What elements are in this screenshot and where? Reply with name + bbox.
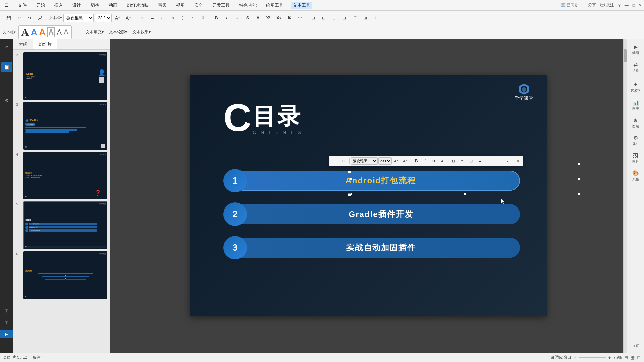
- view-reading-btn[interactable]: □: [637, 355, 640, 360]
- panel-style-btn[interactable]: 🎨 风格: [629, 168, 642, 184]
- slide-thumb-4[interactable]: 课程提问 为什么学习Android开发需要了解打包流程? ❓ 学学课堂 ★: [23, 152, 107, 199]
- font-size-select[interactable]: 23.8: [95, 14, 112, 22]
- zoom-minus-btn[interactable]: −: [574, 355, 576, 360]
- text-style-a5[interactable]: A: [57, 28, 62, 37]
- vertical-scrollbar[interactable]: [623, 39, 627, 353]
- menu-security[interactable]: 安全: [192, 2, 205, 9]
- align-v-center-btn[interactable]: ⊞: [361, 13, 370, 23]
- ft-font-select[interactable]: 微软雅黑: [351, 157, 378, 165]
- text-outline-btn[interactable]: 文本轮廓▾: [108, 28, 128, 36]
- ft-bold-btn[interactable]: B: [412, 157, 420, 165]
- menu-transition[interactable]: 切换: [89, 2, 101, 9]
- align-center-btn[interactable]: ⊟: [319, 13, 328, 23]
- ft-font-inc-btn[interactable]: A⁺: [392, 157, 400, 165]
- ft-indent-inc-btn[interactable]: ⇥: [513, 157, 521, 165]
- content-bar-3[interactable]: 实战自动加固插件: [242, 238, 520, 258]
- text-direction-btn[interactable]: ⇅: [198, 13, 207, 23]
- panel-transition-btn[interactable]: ⇄ 切换: [629, 59, 642, 75]
- column-btn[interactable]: ⋮: [178, 13, 187, 23]
- sidebar-tools-btn[interactable]: ⚙: [1, 95, 12, 106]
- slide-thumb-5[interactable]: C目录 Android打包流程 Gradle插件开发: [23, 201, 107, 249]
- font-decrease-btn[interactable]: A⁻: [124, 13, 133, 23]
- slide-thumb-2[interactable]: Lance 个人介绍内容讲师信息 👤 学学课堂 ★: [23, 52, 107, 100]
- menu-text-tools[interactable]: 文本工具: [291, 2, 312, 9]
- sync-btn[interactable]: 🔄 已同步: [560, 2, 579, 8]
- view-slide-btn[interactable]: ▦: [631, 355, 635, 360]
- slide-thumb-3[interactable]: 👥 深入科目 课程内容 学学课堂 ★: [23, 102, 107, 149]
- ft-align-right-btn[interactable]: ⊟: [467, 157, 475, 165]
- text-style-a2[interactable]: A: [31, 27, 37, 37]
- text-style-a1[interactable]: A: [21, 26, 29, 38]
- num-list-btn[interactable]: ≣: [148, 13, 157, 23]
- indent-increase-btn[interactable]: ⇥: [168, 13, 177, 23]
- menu-special[interactable]: 特色功能: [237, 2, 259, 9]
- sidebar-bottom2[interactable]: 下: [1, 318, 12, 328]
- sidebar-slides-btn[interactable]: 📋: [1, 62, 12, 72]
- menu-draw-tools[interactable]: 绘图工具: [264, 2, 285, 9]
- ft-copy-btn[interactable]: □: [331, 157, 339, 165]
- comment-btn[interactable]: 💬 批注: [600, 2, 614, 8]
- panel-layer-btn[interactable]: ⊕ 图层: [629, 115, 642, 131]
- minimize-btn[interactable]: —: [625, 3, 629, 8]
- text-fill-btn[interactable]: 文本填充▾: [84, 28, 105, 36]
- text-style-a3[interactable]: A: [39, 27, 45, 37]
- menu-file[interactable]: 文件: [16, 2, 29, 9]
- maximize-btn[interactable]: □: [633, 3, 635, 8]
- menu-slideshow[interactable]: 幻灯片放映: [125, 2, 151, 9]
- fit-btn[interactable]: ⊞ 适应窗口: [551, 355, 571, 360]
- view-normal-btn[interactable]: ⊟: [624, 355, 628, 360]
- sidebar-collapse-btn[interactable]: «: [1, 42, 12, 52]
- sidebar-blue-btn[interactable]: ▶: [0, 330, 13, 338]
- content-bar-2[interactable]: Gradle插件开发: [242, 204, 520, 224]
- align-v-bottom-btn[interactable]: ⊥: [371, 13, 380, 23]
- font-name-select[interactable]: 微软雅黑: [63, 14, 94, 22]
- spacing-btn[interactable]: ↕: [188, 13, 197, 23]
- menu-start[interactable]: 开始: [34, 2, 47, 9]
- ft-italic-btn[interactable]: I: [421, 157, 429, 165]
- ft-align-justify-btn[interactable]: ≣: [476, 157, 484, 165]
- text-effect-btn[interactable]: 文本效果▾: [131, 28, 152, 36]
- tab-slides[interactable]: 幻灯片: [33, 39, 57, 49]
- notes-btn[interactable]: 备注: [33, 355, 41, 360]
- align-right-btn[interactable]: ⊟: [329, 13, 339, 23]
- ft-underline-btn[interactable]: U: [430, 157, 438, 165]
- ft-size-select[interactable]: 23.8: [378, 157, 392, 165]
- save-btn[interactable]: 💾: [4, 13, 13, 23]
- panel-more-btn[interactable]: ......: [629, 188, 642, 196]
- panel-props-btn[interactable]: ⚙ 属性: [629, 133, 642, 148]
- align-v-top-btn[interactable]: ⊤: [350, 13, 360, 23]
- close-btn[interactable]: ×: [639, 3, 641, 8]
- format-painter-btn[interactable]: 🖌: [35, 13, 45, 23]
- underline-btn[interactable]: U: [232, 14, 242, 22]
- list-btn[interactable]: ≡: [138, 13, 147, 23]
- menu-design[interactable]: 设计: [70, 2, 83, 9]
- menu-devtools[interactable]: 开发工具: [210, 2, 232, 9]
- panel-animation-btn[interactable]: ▶ 动画: [629, 42, 642, 57]
- ft-indent-dec-btn[interactable]: ⇤: [504, 157, 512, 165]
- undo-btn[interactable]: ↩: [14, 13, 24, 23]
- panel-settings-btn[interactable]: 设置: [629, 341, 642, 350]
- clear-format-btn[interactable]: ✖: [284, 14, 294, 22]
- ft-list-btn[interactable]: ⋮: [487, 157, 495, 165]
- zoom-slider[interactable]: [579, 357, 606, 358]
- text-frame-label[interactable]: 文本框▾: [49, 15, 62, 20]
- ft-align-center-btn[interactable]: ≡: [458, 157, 466, 165]
- menu-insert[interactable]: 插入: [52, 2, 65, 9]
- sidebar-extra[interactable]: ⋯: [1, 339, 12, 350]
- tab-outline[interactable]: 大纲: [13, 39, 33, 49]
- panel-image-btn[interactable]: 🖼 图片: [629, 150, 642, 166]
- ft-font-dec-btn[interactable]: A⁻: [401, 157, 409, 165]
- menu-hamburger[interactable]: ☰: [3, 2, 11, 8]
- panel-artword-btn[interactable]: ✦ 艺术字: [629, 79, 642, 95]
- redo-btn[interactable]: ↪: [25, 13, 34, 23]
- menu-animation[interactable]: 动画: [107, 2, 119, 9]
- sel-handle-tr[interactable]: [578, 163, 580, 165]
- sel-handle-mr[interactable]: [578, 178, 580, 180]
- more-format-btn[interactable]: ⋯: [295, 14, 304, 22]
- text-style-a4[interactable]: A: [47, 27, 55, 37]
- font-increase-btn[interactable]: A⁺: [113, 13, 122, 23]
- superscript-btn[interactable]: X²: [264, 14, 273, 22]
- sidebar-bottom1[interactable]: 下: [1, 306, 12, 316]
- subscript-btn[interactable]: X₂: [274, 14, 283, 22]
- align-justify-btn[interactable]: ⊟: [340, 13, 349, 23]
